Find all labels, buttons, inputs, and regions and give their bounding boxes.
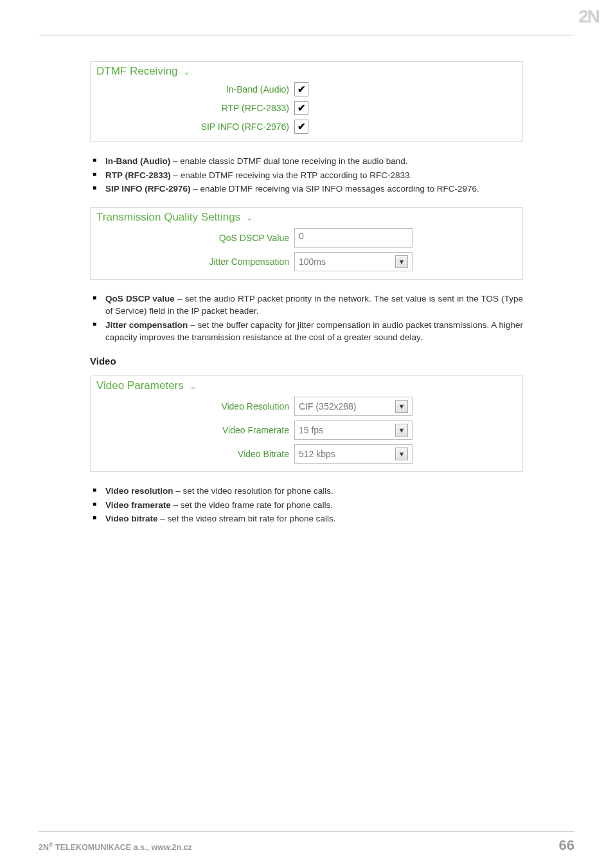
dropdown-arrow-icon: ▼ [395, 448, 408, 460]
vp-label-bitrate: Video Bitrate [96, 449, 294, 459]
vp-notes: Video resolution – set the video resolut… [90, 485, 523, 525]
note-qos-term: QoS DSCP value [105, 294, 175, 303]
note-vres-term: Video resolution [105, 486, 173, 496]
note-vfps: Video framerate – set the video frame ra… [103, 499, 523, 512]
tq-legend-text: Transmission Quality Settings [96, 211, 240, 223]
note-vfps-desc: – set the video frame rate for phone cal… [171, 500, 333, 510]
footer-company: TELEKOMUNIKACE a.s., www.2n.cz [53, 843, 192, 852]
dtmf-legend[interactable]: DTMF Receiving ⌄ [94, 65, 194, 78]
vp-legend[interactable]: Video Parameters ⌄ [94, 379, 200, 392]
video-bitrate-select[interactable]: 512 kbps ▼ [294, 444, 413, 464]
video-framerate-value: 15 fps [299, 425, 323, 435]
note-vfps-term: Video framerate [105, 500, 171, 510]
jitter-select-value: 100ms [299, 257, 326, 267]
note-sipinfo-term: SIP INFO (RFC-2976) [105, 184, 191, 194]
page-number: 66 [559, 837, 574, 854]
dtmf-legend-text: DTMF Receiving [96, 65, 178, 77]
note-jitter: Jitter compensation – set the buffer cap… [103, 319, 523, 344]
dtmf-label-inband: In-Band (Audio) [96, 84, 294, 95]
note-sipinfo: SIP INFO (RFC-2976) – enable DTMF receiv… [103, 183, 523, 195]
video-heading: Video [90, 356, 523, 366]
jitter-select[interactable]: 100ms ▼ [294, 252, 413, 271]
footer-left: 2N® TELEKOMUNIKACE a.s., www.2n.cz [39, 842, 192, 852]
video-params-fieldset: Video Parameters ⌄ Video Resolution CIF … [90, 375, 523, 472]
note-rtp-term: RTP (RFC-2833) [105, 170, 171, 180]
tq-notes: QoS DSCP value – set the audio RTP packe… [90, 293, 523, 344]
dtmf-row-rtp: RTP (RFC-2833) ✔ [96, 101, 516, 115]
footer-reg-icon: ® [49, 842, 53, 848]
chevron-down-icon: ⌄ [190, 381, 197, 391]
tq-fieldset: Transmission Quality Settings ⌄ QoS DSCP… [90, 207, 523, 280]
dtmf-notes: In-Band (Audio) – enable classic DTMF du… [90, 155, 523, 195]
page-root: 2N DTMF Receiving ⌄ In-Band (Audio) ✔ RT… [0, 0, 613, 868]
note-vres: Video resolution – set the video resolut… [103, 485, 523, 498]
video-bitrate-value: 512 kbps [299, 449, 335, 459]
dtmf-label-sipinfo: SIP INFO (RFC-2976) [96, 122, 294, 132]
dropdown-arrow-icon: ▼ [395, 400, 408, 413]
tq-legend[interactable]: Transmission Quality Settings ⌄ [94, 211, 257, 224]
tq-row-jitter: Jitter Compensation 100ms ▼ [96, 252, 516, 271]
dtmf-checkbox-rtp[interactable]: ✔ [294, 101, 308, 115]
tq-row-qos: QoS DSCP Value 0 [96, 228, 516, 248]
dropdown-arrow-icon: ▼ [395, 424, 408, 437]
dtmf-checkbox-sipinfo[interactable]: ✔ [294, 120, 308, 134]
vp-label-framerate: Video Framerate [96, 425, 294, 435]
dtmf-receiving-fieldset: DTMF Receiving ⌄ In-Band (Audio) ✔ RTP (… [90, 61, 523, 142]
footer-brand: 2N [39, 843, 49, 852]
brand-logo: 2N [578, 6, 599, 27]
note-vbr-term: Video bitrate [105, 514, 158, 523]
video-resolution-select[interactable]: CIF (352x288) ▼ [294, 397, 413, 416]
vp-row-resolution: Video Resolution CIF (352x288) ▼ [96, 397, 516, 416]
note-qos: QoS DSCP value – set the audio RTP packe… [103, 293, 523, 318]
dtmf-checkbox-inband[interactable]: ✔ [294, 82, 308, 96]
vp-row-bitrate: Video Bitrate 512 kbps ▼ [96, 444, 516, 464]
note-inband-desc: – enable classic DTMF dual tone receivin… [170, 156, 407, 166]
note-sipinfo-desc: – enable DTMF receiving via SIP INFO mes… [191, 184, 479, 194]
note-inband-term: In-Band (Audio) [105, 156, 170, 166]
chevron-down-icon: ⌄ [246, 213, 253, 222]
vp-legend-text: Video Parameters [96, 379, 184, 392]
dtmf-label-rtp: RTP (RFC-2833) [96, 103, 294, 113]
note-vbr: Video bitrate – set the video stream bit… [103, 512, 523, 525]
dtmf-row-sipinfo: SIP INFO (RFC-2976) ✔ [96, 120, 516, 134]
chevron-down-icon: ⌄ [183, 67, 190, 77]
qos-dscp-input[interactable]: 0 [294, 228, 413, 248]
tq-label-jitter: Jitter Compensation [96, 257, 294, 267]
note-vres-desc: – set the video resolution for phone cal… [173, 486, 333, 496]
note-jitter-term: Jitter compensation [105, 320, 188, 330]
note-inband: In-Band (Audio) – enable classic DTMF du… [103, 155, 523, 168]
tq-label-qos: QoS DSCP Value [96, 233, 294, 243]
vp-label-resolution: Video Resolution [96, 401, 294, 411]
note-rtp: RTP (RFC-2833) – enable DTMF receiving v… [103, 169, 523, 182]
video-framerate-select[interactable]: 15 fps ▼ [294, 420, 413, 440]
dtmf-row-inband: In-Band (Audio) ✔ [96, 82, 516, 96]
header-divider [39, 35, 574, 35]
note-vbr-desc: – set the video stream bit rate for phon… [158, 514, 336, 523]
dropdown-arrow-icon: ▼ [395, 255, 408, 268]
note-rtp-desc: – enable DTMF receiving via the RTP acco… [171, 170, 412, 180]
vp-row-framerate: Video Framerate 15 fps ▼ [96, 420, 516, 440]
page-footer: 2N® TELEKOMUNIKACE a.s., www.2n.cz 66 [39, 831, 574, 854]
video-resolution-value: CIF (352x288) [299, 401, 356, 411]
